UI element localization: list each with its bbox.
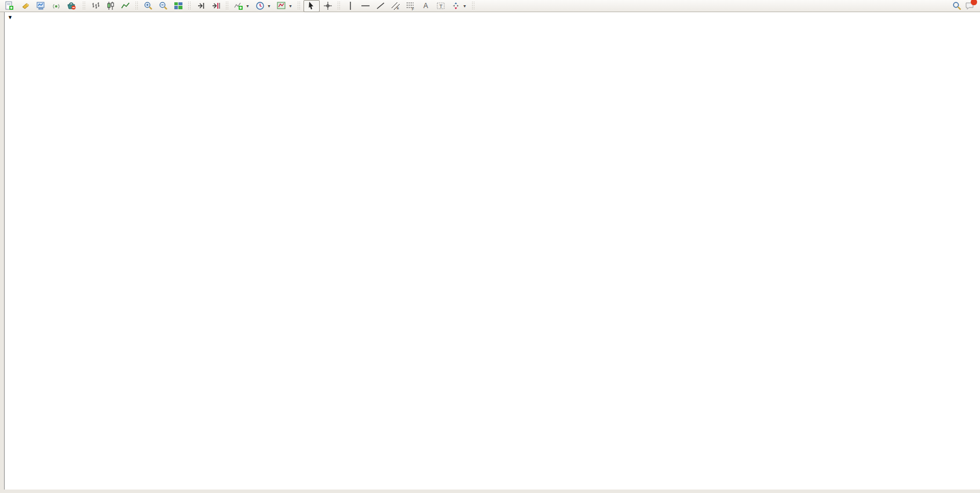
chevron-down-icon: ▼	[246, 4, 250, 8]
indicators-button[interactable]: ▼	[232, 1, 252, 12]
toolbar: ▼ ▼ ▼ E F A	[0, 0, 980, 12]
fibonacci-icon: F	[406, 1, 415, 10]
vline-tool-button[interactable]	[343, 1, 357, 12]
chart-shift-icon	[211, 1, 221, 10]
profiles-icon	[21, 1, 31, 10]
toolbar-grip	[337, 1, 341, 10]
cursor-tool-button[interactable]	[303, 0, 320, 12]
horizontal-line-icon	[361, 1, 370, 10]
auto-scroll-icon	[196, 1, 206, 10]
fibonacci-tool-button[interactable]: F	[404, 1, 418, 12]
svg-text:E: E	[397, 6, 399, 10]
cursor-icon	[307, 1, 316, 10]
svg-text:A: A	[423, 2, 428, 10]
chart-shift-button[interactable]	[209, 1, 223, 12]
price-chart[interactable]	[0, 12, 980, 490]
notification-badge	[971, 0, 977, 5]
one-click-trading-toggle[interactable]: ▼	[8, 14, 13, 20]
new-order-button[interactable]	[2, 1, 18, 12]
toolbar-grip	[135, 1, 139, 10]
svg-text:T: T	[439, 3, 443, 9]
toolbar-grip	[297, 1, 301, 10]
periods-button[interactable]: ▼	[253, 1, 273, 12]
chevron-down-icon: ▼	[288, 4, 292, 8]
notifications-button[interactable]	[965, 1, 974, 10]
zoom-in-button[interactable]	[141, 1, 155, 12]
tile-windows-button[interactable]	[171, 1, 185, 12]
signals-icon	[52, 1, 61, 10]
label-tool-button[interactable]: T	[434, 1, 448, 12]
auto-trading-button[interactable]	[64, 1, 80, 12]
signals-button[interactable]	[49, 1, 63, 12]
candle-chart-icon	[106, 1, 115, 10]
crosshair-icon	[323, 1, 332, 10]
toolbar-grip	[225, 1, 229, 10]
trendline-icon	[376, 1, 385, 10]
channel-icon: E	[391, 1, 400, 10]
vertical-line-icon	[346, 1, 355, 10]
auto-trading-icon	[67, 1, 76, 10]
candle-chart-button[interactable]	[104, 1, 118, 12]
window-bottom-edge	[0, 490, 980, 493]
toolbar-grip	[82, 1, 86, 10]
text-icon: A	[421, 1, 430, 10]
zoom-out-button[interactable]	[156, 1, 170, 12]
clock-icon	[255, 1, 265, 10]
mt4-window: ▼ ▼ ▼ E F A	[0, 0, 980, 493]
new-order-icon	[5, 1, 14, 10]
hline-tool-button[interactable]	[359, 1, 372, 12]
chart-title: ▼	[8, 14, 21, 20]
arrows-tool-button[interactable]: ▼	[449, 1, 469, 12]
auto-scroll-button[interactable]	[194, 1, 208, 12]
search-icon[interactable]	[952, 1, 961, 10]
line-chart-icon	[121, 1, 130, 10]
line-chart-button[interactable]	[119, 1, 133, 12]
arrows-icon	[451, 1, 460, 10]
crosshair-tool-button[interactable]	[321, 1, 335, 12]
market-watch-icon	[36, 1, 46, 10]
svg-text:F: F	[412, 7, 414, 11]
toolbar-grip	[188, 1, 192, 10]
templates-button[interactable]: ▼	[275, 1, 295, 12]
channel-tool-button[interactable]: E	[389, 1, 403, 12]
trendline-tool-button[interactable]	[374, 1, 387, 12]
chart-area[interactable]	[0, 12, 980, 490]
tile-windows-icon	[174, 1, 183, 10]
text-label-icon: T	[436, 1, 445, 10]
toolbar-grip	[471, 1, 476, 10]
chevron-down-icon: ▼	[463, 4, 467, 8]
templates-icon	[277, 1, 286, 10]
zoom-out-icon	[159, 1, 168, 10]
zoom-in-icon	[144, 1, 153, 10]
bar-chart-icon	[91, 1, 100, 10]
chevron-down-icon: ▼	[267, 4, 271, 8]
profiles-button[interactable]	[19, 1, 33, 12]
text-tool-button[interactable]: A	[419, 1, 433, 12]
window-left-edge	[0, 12, 5, 490]
market-watch-button[interactable]	[34, 1, 48, 12]
indicators-icon	[234, 1, 243, 10]
bar-chart-button[interactable]	[89, 1, 103, 12]
